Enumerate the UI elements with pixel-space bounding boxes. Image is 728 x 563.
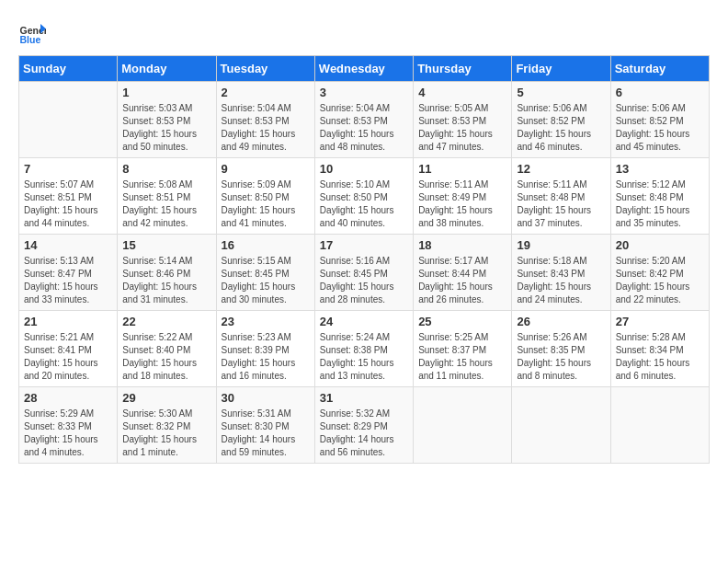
- day-info: Sunrise: 5:22 AMSunset: 8:40 PMDaylight:…: [122, 331, 210, 383]
- day-number: 30: [222, 391, 310, 405]
- day-number: 5: [517, 86, 605, 99]
- day-number: 18: [418, 238, 506, 252]
- calendar-cell: 27Sunrise: 5:28 AMSunset: 8:34 PMDayligh…: [610, 311, 709, 387]
- day-number: 31: [320, 391, 408, 405]
- day-number: 14: [24, 238, 112, 252]
- day-number: 27: [616, 315, 704, 328]
- col-thursday: Thursday: [414, 56, 512, 82]
- day-number: 15: [122, 238, 210, 252]
- day-number: 10: [320, 162, 408, 176]
- calendar-cell: 28Sunrise: 5:29 AMSunset: 8:33 PMDayligh…: [19, 387, 118, 464]
- day-number: 19: [517, 238, 605, 252]
- calendar-cell: 9Sunrise: 5:09 AMSunset: 8:50 PMDaylight…: [216, 158, 314, 235]
- day-info: Sunrise: 5:07 AMSunset: 8:51 PMDaylight:…: [24, 178, 112, 230]
- day-number: 17: [320, 238, 408, 252]
- calendar-cell: 10Sunrise: 5:10 AMSunset: 8:50 PMDayligh…: [314, 158, 413, 235]
- day-info: Sunrise: 5:04 AMSunset: 8:53 PMDaylight:…: [320, 102, 408, 154]
- day-number: 22: [122, 315, 210, 328]
- col-sunday: Sunday: [19, 56, 118, 82]
- day-number: 29: [122, 391, 210, 405]
- calendar-week-3: 14Sunrise: 5:13 AMSunset: 8:47 PMDayligh…: [19, 235, 710, 311]
- day-info: Sunrise: 5:08 AMSunset: 8:51 PMDaylight:…: [122, 178, 210, 230]
- calendar-cell: 23Sunrise: 5:23 AMSunset: 8:39 PMDayligh…: [216, 311, 314, 387]
- day-info: Sunrise: 5:15 AMSunset: 8:45 PMDaylight:…: [222, 255, 310, 306]
- day-info: Sunrise: 5:06 AMSunset: 8:52 PMDaylight:…: [616, 102, 704, 154]
- calendar-cell: [610, 387, 709, 464]
- calendar-cell: 19Sunrise: 5:18 AMSunset: 8:43 PMDayligh…: [512, 235, 610, 311]
- day-info: Sunrise: 5:30 AMSunset: 8:32 PMDaylight:…: [122, 408, 210, 459]
- calendar-cell: 12Sunrise: 5:11 AMSunset: 8:48 PMDayligh…: [512, 158, 610, 235]
- calendar-week-5: 28Sunrise: 5:29 AMSunset: 8:33 PMDayligh…: [19, 387, 710, 464]
- calendar-cell: 11Sunrise: 5:11 AMSunset: 8:49 PMDayligh…: [414, 158, 512, 235]
- day-info: Sunrise: 5:25 AMSunset: 8:37 PMDaylight:…: [418, 331, 506, 383]
- day-info: Sunrise: 5:32 AMSunset: 8:29 PMDaylight:…: [320, 408, 408, 459]
- day-number: 12: [517, 162, 605, 176]
- calendar-body: 1Sunrise: 5:03 AMSunset: 8:53 PMDaylight…: [19, 82, 710, 464]
- calendar-cell: 13Sunrise: 5:12 AMSunset: 8:48 PMDayligh…: [610, 158, 709, 235]
- calendar-cell: 17Sunrise: 5:16 AMSunset: 8:45 PMDayligh…: [314, 235, 413, 311]
- calendar-week-1: 1Sunrise: 5:03 AMSunset: 8:53 PMDaylight…: [19, 82, 710, 158]
- page-header: General Blue: [18, 18, 710, 46]
- day-info: Sunrise: 5:04 AMSunset: 8:53 PMDaylight:…: [222, 102, 310, 154]
- day-info: Sunrise: 5:29 AMSunset: 8:33 PMDaylight:…: [24, 408, 112, 459]
- calendar-cell: 8Sunrise: 5:08 AMSunset: 8:51 PMDaylight…: [118, 158, 216, 235]
- day-info: Sunrise: 5:20 AMSunset: 8:42 PMDaylight:…: [616, 255, 704, 306]
- calendar-cell: 30Sunrise: 5:31 AMSunset: 8:30 PMDayligh…: [216, 387, 314, 464]
- day-info: Sunrise: 5:17 AMSunset: 8:44 PMDaylight:…: [418, 255, 506, 306]
- day-info: Sunrise: 5:09 AMSunset: 8:50 PMDaylight:…: [222, 178, 310, 230]
- header-row: Sunday Monday Tuesday Wednesday Thursday…: [19, 56, 710, 82]
- calendar-cell: 26Sunrise: 5:26 AMSunset: 8:35 PMDayligh…: [512, 311, 610, 387]
- day-number: 28: [24, 391, 112, 405]
- day-number: 25: [418, 315, 506, 328]
- day-number: 7: [24, 162, 112, 176]
- day-info: Sunrise: 5:10 AMSunset: 8:50 PMDaylight:…: [320, 178, 408, 230]
- calendar-cell: 25Sunrise: 5:25 AMSunset: 8:37 PMDayligh…: [414, 311, 512, 387]
- calendar-cell: 22Sunrise: 5:22 AMSunset: 8:40 PMDayligh…: [118, 311, 216, 387]
- day-info: Sunrise: 5:18 AMSunset: 8:43 PMDaylight:…: [517, 255, 605, 306]
- day-number: 23: [222, 315, 310, 328]
- day-number: 24: [320, 315, 408, 328]
- day-number: 20: [616, 238, 704, 252]
- col-monday: Monday: [118, 56, 216, 82]
- logo-icon: General Blue: [18, 18, 46, 46]
- day-number: 4: [418, 86, 506, 99]
- calendar-cell: 15Sunrise: 5:14 AMSunset: 8:46 PMDayligh…: [118, 235, 216, 311]
- day-info: Sunrise: 5:28 AMSunset: 8:34 PMDaylight:…: [616, 331, 704, 383]
- day-number: 13: [616, 162, 704, 176]
- day-info: Sunrise: 5:23 AMSunset: 8:39 PMDaylight:…: [222, 331, 310, 383]
- calendar-cell: 21Sunrise: 5:21 AMSunset: 8:41 PMDayligh…: [19, 311, 118, 387]
- day-info: Sunrise: 5:31 AMSunset: 8:30 PMDaylight:…: [222, 408, 310, 459]
- col-friday: Friday: [512, 56, 610, 82]
- calendar-cell: 24Sunrise: 5:24 AMSunset: 8:38 PMDayligh…: [314, 311, 413, 387]
- calendar-cell: 4Sunrise: 5:05 AMSunset: 8:53 PMDaylight…: [414, 82, 512, 158]
- day-number: 3: [320, 86, 408, 99]
- calendar-cell: 31Sunrise: 5:32 AMSunset: 8:29 PMDayligh…: [314, 387, 413, 464]
- calendar-cell: 6Sunrise: 5:06 AMSunset: 8:52 PMDaylight…: [610, 82, 709, 158]
- day-number: 16: [222, 238, 310, 252]
- calendar-cell: 1Sunrise: 5:03 AMSunset: 8:53 PMDaylight…: [118, 82, 216, 158]
- day-info: Sunrise: 5:11 AMSunset: 8:49 PMDaylight:…: [418, 178, 506, 230]
- calendar-week-4: 21Sunrise: 5:21 AMSunset: 8:41 PMDayligh…: [19, 311, 710, 387]
- day-info: Sunrise: 5:03 AMSunset: 8:53 PMDaylight:…: [122, 102, 210, 154]
- day-info: Sunrise: 5:13 AMSunset: 8:47 PMDaylight:…: [24, 255, 112, 306]
- day-info: Sunrise: 5:24 AMSunset: 8:38 PMDaylight:…: [320, 331, 408, 383]
- day-info: Sunrise: 5:12 AMSunset: 8:48 PMDaylight:…: [616, 178, 704, 230]
- svg-text:Blue: Blue: [20, 34, 41, 45]
- day-number: 21: [24, 315, 112, 328]
- day-number: 2: [222, 86, 310, 99]
- calendar-cell: 29Sunrise: 5:30 AMSunset: 8:32 PMDayligh…: [118, 387, 216, 464]
- day-number: 6: [616, 86, 704, 99]
- day-number: 26: [517, 315, 605, 328]
- day-info: Sunrise: 5:14 AMSunset: 8:46 PMDaylight:…: [122, 255, 210, 306]
- calendar-cell: [19, 82, 118, 158]
- day-info: Sunrise: 5:06 AMSunset: 8:52 PMDaylight:…: [517, 102, 605, 154]
- calendar-week-2: 7Sunrise: 5:07 AMSunset: 8:51 PMDaylight…: [19, 158, 710, 235]
- col-saturday: Saturday: [610, 56, 709, 82]
- day-info: Sunrise: 5:16 AMSunset: 8:45 PMDaylight:…: [320, 255, 408, 306]
- calendar-cell: 2Sunrise: 5:04 AMSunset: 8:53 PMDaylight…: [216, 82, 314, 158]
- calendar-table: Sunday Monday Tuesday Wednesday Thursday…: [18, 55, 710, 464]
- calendar-cell: [512, 387, 610, 464]
- day-number: 9: [222, 162, 310, 176]
- calendar-cell: 20Sunrise: 5:20 AMSunset: 8:42 PMDayligh…: [610, 235, 709, 311]
- calendar-cell: 3Sunrise: 5:04 AMSunset: 8:53 PMDaylight…: [314, 82, 413, 158]
